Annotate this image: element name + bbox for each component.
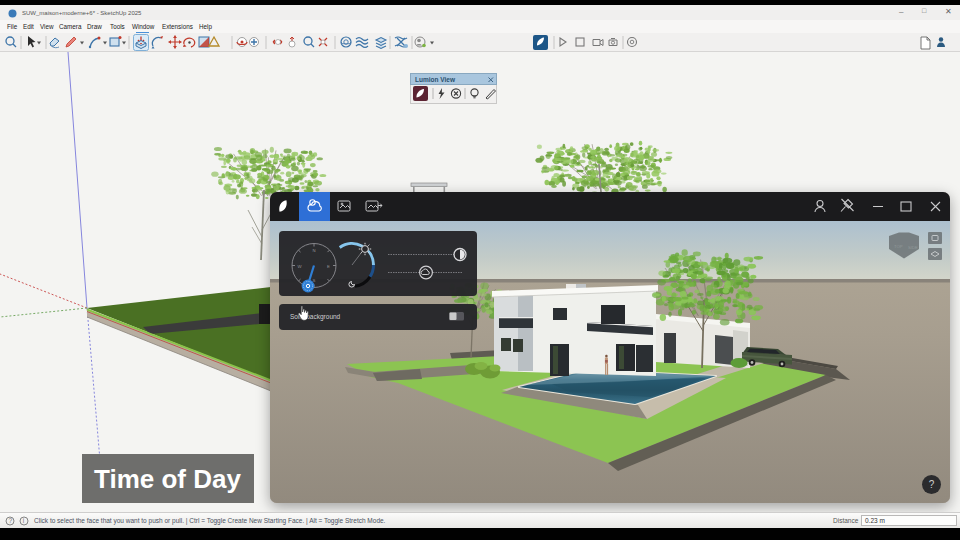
svg-text:N: N bbox=[312, 248, 315, 253]
svg-text:E: E bbox=[327, 264, 330, 269]
svg-text:i: i bbox=[23, 517, 24, 524]
svg-text:TOP: TOP bbox=[894, 244, 903, 249]
svg-text:S: S bbox=[313, 278, 316, 283]
svg-text:?: ? bbox=[8, 517, 12, 524]
svg-text:W: W bbox=[297, 264, 302, 269]
svg-text:SIDE: SIDE bbox=[908, 245, 918, 250]
